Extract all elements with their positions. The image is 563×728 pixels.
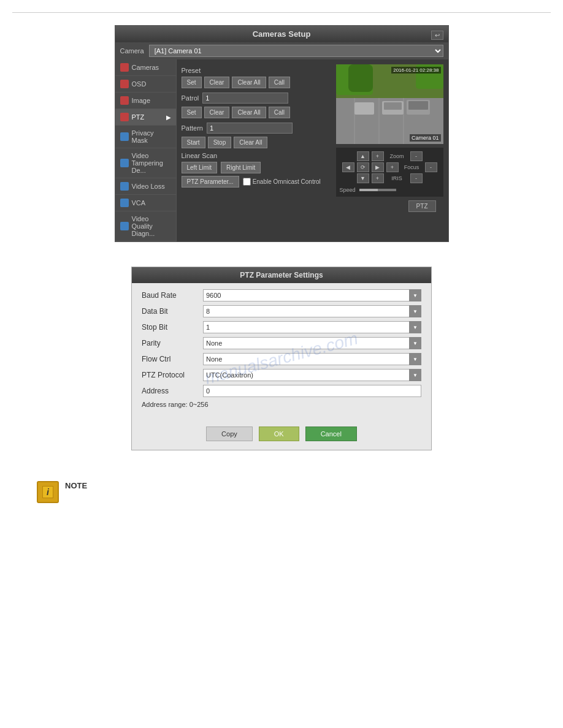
pattern-stop-button[interactable]: Stop [208, 137, 232, 148]
cameras-setup-container: Cameras Setup ↩ Camera [A1] Camera 01 Ca… [0, 25, 563, 242]
speed-slider[interactable] [359, 189, 396, 191]
left-limit-button[interactable]: Left Limit [182, 162, 218, 173]
ptz-center-button[interactable]: ⟳ [357, 162, 369, 172]
sidebar-label-video-loss: Video Loss [132, 183, 165, 190]
svg-rect-12 [354, 102, 374, 115]
pattern-clear-all-button[interactable]: Clear All [234, 137, 267, 148]
sidebar: Cameras OSD Image PTZ ▶ [115, 59, 177, 241]
ptz-protocol-label: PTZ Protocol [142, 371, 203, 379]
top-divider [12, 12, 551, 13]
preset-clear-button[interactable]: Clear [204, 77, 230, 88]
data-bit-select[interactable]: 8 [203, 305, 421, 317]
ptz-zoom-plus-button[interactable]: + [372, 151, 384, 161]
ptz-footer-button[interactable]: PTZ [408, 200, 436, 212]
patrol-clear-all-button[interactable]: Clear All [232, 107, 266, 118]
parking-scene-svg [336, 64, 443, 144]
preset-call-button[interactable]: Call [269, 77, 290, 88]
ptz-param-title: PTZ Parameter Settings [132, 267, 431, 283]
sidebar-label-image: Image [132, 97, 151, 104]
pattern-start-button[interactable]: Start [182, 137, 205, 148]
note-icon-inner: i [42, 486, 53, 498]
ok-button[interactable]: OK [259, 427, 299, 441]
preset-label: Preset [182, 67, 326, 74]
svg-rect-2 [348, 64, 373, 92]
right-limit-button[interactable]: Right Limit [221, 162, 261, 173]
video-quality-icon [120, 222, 129, 230]
omnidirectional-checkbox-label: Enable Omnicast Control [243, 178, 321, 186]
ptz-down-button[interactable]: ▼ [357, 173, 369, 183]
ptz-protocol-select-wrapper: UTC(Coaxitron) ▼ [203, 369, 421, 381]
image-icon [120, 96, 129, 105]
sidebar-item-image[interactable]: Image [115, 93, 176, 109]
stop-bit-select[interactable]: 1 [203, 321, 421, 333]
patrol-call-button[interactable]: Call [269, 107, 290, 118]
parking-scene: 2016-01-21 02:28:38 Camera 01 [336, 64, 443, 144]
ptz-zoom-minus-button[interactable]: - [410, 151, 423, 161]
cameras-icon [120, 63, 129, 72]
sidebar-label-osd: OSD [132, 80, 147, 88]
patrol-input[interactable] [202, 93, 288, 104]
stop-bit-select-wrapper: 1 ▼ [203, 321, 421, 333]
cancel-button[interactable]: Cancel [305, 427, 357, 441]
sidebar-item-video-quality[interactable]: Video Quality Diagn... [115, 211, 176, 241]
ptz-focus-plus-button[interactable]: + [386, 162, 399, 172]
address-row: Address [142, 385, 421, 397]
address-input[interactable] [203, 385, 421, 397]
linear-scan-label: Linear Scan [182, 152, 326, 159]
baud-rate-label: Baud Rate [142, 291, 203, 300]
note-i-icon: i [43, 487, 53, 498]
sidebar-item-vca[interactable]: VCA [115, 195, 176, 211]
ptz-parameter-button[interactable]: PTZ Parameter... [182, 176, 239, 188]
sidebar-item-cameras[interactable]: Cameras [115, 59, 176, 76]
speed-slider-fill [359, 189, 378, 191]
baud-rate-select[interactable]: 9600 [203, 289, 421, 301]
sidebar-item-ptz[interactable]: PTZ ▶ [115, 109, 176, 126]
parity-label: Parity [142, 339, 203, 347]
flow-ctrl-row: Flow Ctrl None ▼ [142, 353, 421, 365]
pattern-input[interactable] [207, 123, 293, 134]
ptz-iris-plus-button[interactable]: + [372, 173, 384, 183]
sidebar-item-privacy-mask[interactable]: Privacy Mask [115, 126, 176, 148]
pattern-button-row: Start Stop Clear All [182, 137, 326, 148]
sidebar-label-cameras: Cameras [132, 64, 159, 71]
pattern-row: Pattern [182, 122, 326, 134]
ptz-controls: ▲ + Zoom - ◀ ⟳ ▶ + Focus - [336, 148, 443, 197]
dialog-right-panel: 2016-01-21 02:28:38 Camera 01 ▲ + Zoom - [331, 59, 448, 241]
copy-button[interactable]: Copy [206, 427, 253, 441]
patrol-row: Patrol [182, 92, 326, 104]
stop-bit-row: Stop Bit 1 ▼ [142, 321, 421, 333]
linear-scan-button-row: Left Limit Right Limit [182, 162, 326, 173]
back-button[interactable]: ↩ [431, 31, 443, 40]
ptz-param-container: manualsarchive.com PTZ Parameter Setting… [0, 267, 563, 450]
ptz-protocol-select[interactable]: UTC(Coaxitron) [203, 369, 421, 381]
omnidirectional-checkbox[interactable] [243, 178, 251, 186]
privacy-mask-icon [120, 132, 129, 141]
preset-set-button[interactable]: Set [182, 77, 202, 88]
omnidirectional-label: Enable Omnicast Control [253, 178, 321, 185]
ptz-right-button[interactable]: ▶ [372, 162, 384, 172]
ptz-param-row: PTZ Parameter... Enable Omnicast Control [182, 176, 326, 188]
baud-rate-row: Baud Rate 9600 ▼ [142, 289, 421, 301]
ptz-iris-minus-button[interactable]: - [410, 173, 423, 183]
ptz-focus-minus-button[interactable]: - [425, 162, 437, 172]
patrol-label: Patrol [182, 94, 199, 102]
sidebar-label-video-tampering: Video Tampering De... [132, 152, 171, 174]
sidebar-item-video-loss[interactable]: Video Loss [115, 178, 176, 195]
ptz-left-button[interactable]: ◀ [342, 162, 354, 172]
sidebar-label-privacy-mask: Privacy Mask [132, 129, 171, 144]
patrol-clear-button[interactable]: Clear [204, 107, 230, 118]
sidebar-item-osd[interactable]: OSD [115, 76, 176, 93]
dialog-body: Cameras OSD Image PTZ ▶ [115, 59, 448, 241]
flow-ctrl-select[interactable]: None [203, 353, 421, 365]
patrol-button-row: Set Clear Clear All Call [182, 107, 326, 118]
patrol-set-button[interactable]: Set [182, 107, 202, 118]
parity-row: Parity None ▼ [142, 337, 421, 349]
camera-preview: 2016-01-21 02:28:38 Camera 01 [336, 64, 443, 144]
parity-select[interactable]: None [203, 337, 421, 349]
sidebar-item-video-tampering[interactable]: Video Tampering De... [115, 148, 176, 178]
preset-clear-all-button[interactable]: Clear All [232, 77, 266, 88]
camera-select[interactable]: [A1] Camera 01 [149, 45, 443, 57]
ptz-up-button[interactable]: ▲ [357, 151, 369, 161]
svg-rect-11 [408, 101, 428, 110]
note-label: NOTE [65, 481, 87, 490]
